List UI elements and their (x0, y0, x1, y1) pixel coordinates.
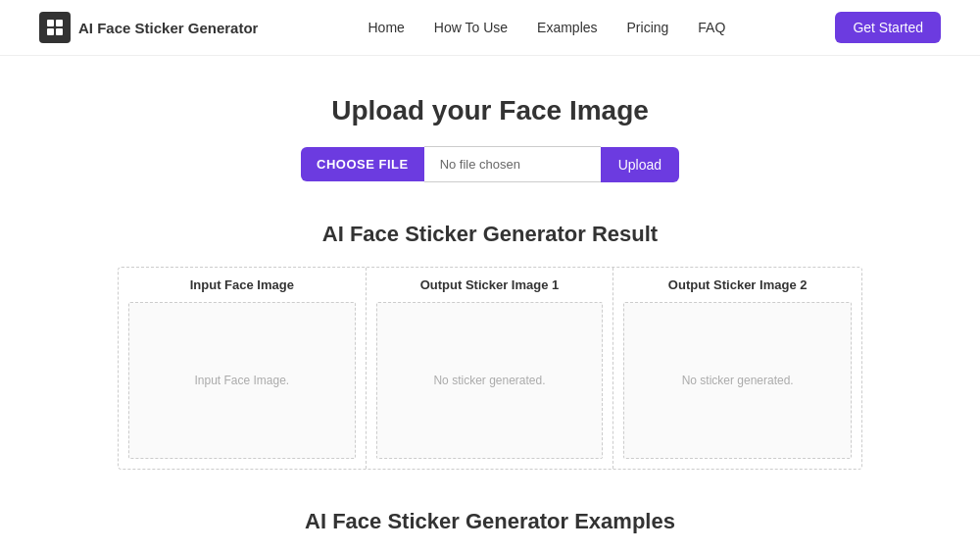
examples-section: AI Face Sticker Generator Examples Input… (20, 509, 960, 552)
brand-logo: AI Face Sticker Generator (39, 12, 258, 43)
nav-link-examples[interactable]: Examples (537, 20, 597, 35)
nav-links: Home How To Use Examples Pricing FAQ (368, 20, 725, 35)
examples-title: AI Face Sticker Generator Examples (20, 509, 960, 534)
choose-file-button[interactable]: CHOOSE FILE (301, 147, 424, 181)
file-name-display: No file chosen (424, 146, 601, 182)
brand-icon (39, 12, 71, 43)
result-sticker1-image-box: No sticker generated. (376, 302, 604, 459)
upload-button[interactable]: Upload (601, 147, 679, 182)
get-started-button[interactable]: Get Started (835, 12, 941, 43)
upload-controls: CHOOSE FILE No file chosen Upload (20, 146, 960, 182)
result-col-sticker1-header: Output Sticker Image 1 (420, 277, 560, 292)
svg-rect-2 (47, 28, 54, 35)
result-title: AI Face Sticker Generator Result (20, 222, 960, 247)
result-grid: Input Face Image Input Face Image. Outpu… (118, 267, 862, 470)
upload-section: Upload your Face Image CHOOSE FILE No fi… (20, 95, 960, 182)
result-col-sticker2: Output Sticker Image 2 No sticker genera… (613, 268, 861, 469)
svg-rect-1 (56, 20, 63, 26)
brand-name: AI Face Sticker Generator (78, 20, 258, 36)
result-input-image-box: Input Face Image. (128, 302, 356, 459)
svg-rect-0 (47, 20, 54, 26)
result-col-sticker2-header: Output Sticker Image 2 (668, 277, 808, 292)
main-content: Upload your Face Image CHOOSE FILE No fi… (0, 56, 980, 552)
nav-link-faq[interactable]: FAQ (698, 20, 725, 35)
result-input-placeholder: Input Face Image. (194, 374, 289, 387)
result-col-input: Input Face Image Input Face Image. (119, 268, 367, 469)
result-sticker2-image-box: No sticker generated. (623, 302, 852, 459)
result-col-input-header: Input Face Image (190, 277, 294, 292)
nav-link-pricing[interactable]: Pricing (627, 20, 669, 35)
nav-link-home[interactable]: Home (368, 20, 404, 35)
result-section: AI Face Sticker Generator Result Input F… (20, 222, 960, 470)
navbar: AI Face Sticker Generator Home How To Us… (0, 0, 980, 56)
result-col-sticker1: Output Sticker Image 1 No sticker genera… (367, 268, 614, 469)
result-sticker2-placeholder: No sticker generated. (682, 374, 794, 387)
nav-link-how-to-use[interactable]: How To Use (434, 20, 508, 35)
svg-rect-3 (56, 28, 63, 35)
upload-title: Upload your Face Image (20, 95, 960, 126)
result-sticker1-placeholder: No sticker generated. (433, 374, 545, 387)
